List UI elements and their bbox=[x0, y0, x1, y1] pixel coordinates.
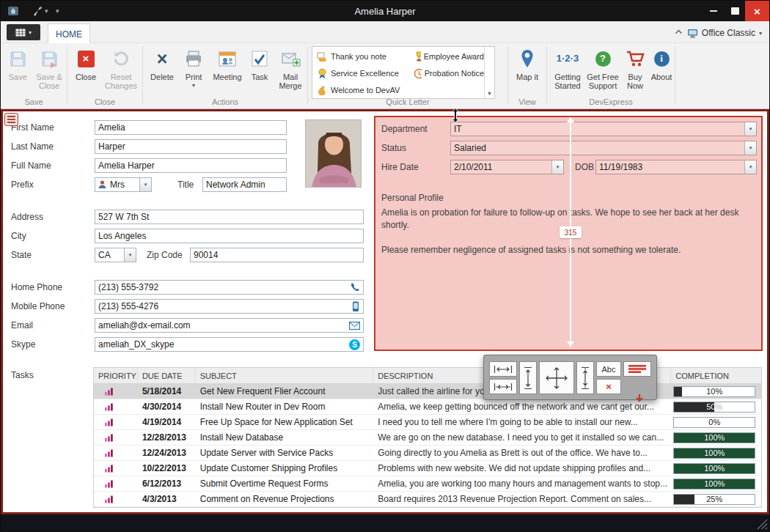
task-completion-cell: 50% bbox=[671, 399, 761, 414]
table-row[interactable]: 10/22/2013 Update Customer Shipping Prof… bbox=[94, 461, 761, 476]
quick-letter-item-welcome[interactable]: Welcome to DevAV bbox=[314, 82, 408, 98]
column-header-completion[interactable]: COMPLETION bbox=[671, 368, 761, 383]
print-icon bbox=[180, 47, 208, 70]
close-record-button[interactable]: × Close bbox=[71, 45, 100, 98]
quick-letter-item-employee-award[interactable]: Employee Award bbox=[411, 48, 484, 64]
fix-height-button[interactable] bbox=[519, 361, 537, 394]
ribbon-collapse-icon[interactable] bbox=[675, 29, 683, 34]
home-phone-input[interactable]: (213) 555-3792 bbox=[95, 280, 364, 295]
hire-date-picker[interactable]: 2/10/2011 ▾ bbox=[450, 160, 564, 174]
dob-picker[interactable]: 11/19/1983 ▾ bbox=[595, 160, 757, 174]
task-priority-cell bbox=[94, 399, 138, 414]
stretch-height-button[interactable] bbox=[576, 361, 594, 394]
zip-code-input[interactable]: 90014 bbox=[190, 248, 364, 262]
city-input[interactable]: Los Angeles bbox=[95, 229, 364, 243]
maximize-button[interactable] bbox=[725, 1, 745, 21]
fix-width-button[interactable] bbox=[489, 361, 517, 377]
chevron-down-icon: ▾ bbox=[749, 126, 752, 132]
remove-item-button[interactable]: × bbox=[596, 379, 621, 394]
task-priority-cell bbox=[94, 430, 138, 445]
save-and-close-button[interactable]: Save & Close bbox=[33, 45, 65, 98]
group-caption-quick-letter: Quick Letter bbox=[308, 97, 507, 106]
application-menu-button[interactable]: ▾ bbox=[7, 24, 40, 40]
last-name-input[interactable]: Harper bbox=[95, 139, 287, 154]
more-options-arrow-icon[interactable] bbox=[634, 394, 645, 404]
get-free-support-button[interactable]: ? Get Free Support bbox=[586, 45, 620, 98]
prefix-dropdown-button[interactable]: ▾ bbox=[139, 178, 151, 191]
skin-chooser[interactable]: Office Classic ▾ bbox=[687, 26, 762, 40]
group-caption-devexpress: DevExpress bbox=[547, 97, 675, 106]
map-it-button[interactable]: Map it bbox=[513, 45, 542, 98]
task-button[interactable]: Task bbox=[246, 45, 274, 98]
close-icon: × bbox=[754, 5, 760, 18]
title-input[interactable]: Network Admin bbox=[202, 177, 287, 192]
show-label-button[interactable]: Abc bbox=[596, 361, 621, 377]
status-value: Salaried bbox=[454, 143, 486, 153]
quick-letter-gallery-dropdown[interactable]: ▼ bbox=[484, 47, 494, 98]
task-description: Board requires 2013 Revenue Projection R… bbox=[373, 492, 671, 506]
status-dropdown-button[interactable]: ▾ bbox=[744, 141, 756, 155]
table-row[interactable]: 6/12/2013 Submit Overtime Request Forms … bbox=[94, 476, 761, 492]
mail-merge-button[interactable]: Mail Merge bbox=[275, 45, 306, 98]
about-button[interactable]: i About bbox=[650, 45, 672, 98]
status-combobox[interactable]: Salaried ▾ bbox=[450, 141, 757, 155]
hire-date-dropdown-button[interactable]: ▾ bbox=[551, 160, 563, 174]
skype-input[interactable]: ameliah_DX_skype S bbox=[95, 337, 364, 352]
task-description: Amelia, you are working too many hours a… bbox=[373, 476, 671, 491]
monitor-icon bbox=[687, 29, 698, 38]
first-name-input[interactable]: Amelia bbox=[95, 120, 287, 135]
reset-changes-button[interactable]: Reset Changes bbox=[102, 45, 140, 98]
quick-letter-item-thank-you[interactable]: Thank you note bbox=[314, 48, 408, 64]
dob-dropdown-button[interactable]: ▾ bbox=[744, 160, 756, 174]
state-combobox[interactable]: CA ▾ bbox=[95, 248, 136, 262]
print-label: Print bbox=[186, 73, 202, 81]
column-header-priority[interactable]: PRIORITY bbox=[94, 368, 138, 383]
table-row[interactable]: 4/30/2014 Install New Router in Dev Room… bbox=[94, 399, 761, 415]
meeting-button[interactable]: Meeting bbox=[210, 45, 244, 98]
full-name-input[interactable]: Amelia Harper bbox=[95, 158, 287, 173]
department-dropdown-button[interactable]: ▾ bbox=[744, 122, 756, 136]
department-combobox[interactable]: IT ▾ bbox=[450, 122, 757, 136]
print-button[interactable]: Print ▾ bbox=[180, 45, 208, 98]
tab-home[interactable]: HOME bbox=[48, 23, 90, 44]
prefix-combobox[interactable]: Mrs ▾ bbox=[95, 177, 152, 192]
close-window-button[interactable]: × bbox=[745, 1, 769, 21]
ribbon-group-quick-letter: Thank you note Service Excellence Welcom… bbox=[308, 43, 507, 108]
state-dropdown-button[interactable]: ▾ bbox=[124, 248, 136, 262]
resize-grip[interactable] bbox=[757, 519, 768, 530]
table-row[interactable]: 12/24/2013 Update Server with Service Pa… bbox=[94, 446, 761, 461]
employee-award-icon bbox=[414, 51, 421, 62]
skype-label: Skype bbox=[11, 339, 35, 350]
task-due-date: 12/24/2013 bbox=[138, 446, 196, 460]
buy-now-button[interactable]: Buy Now bbox=[621, 45, 649, 98]
save-button[interactable]: Save bbox=[4, 45, 32, 98]
delete-button[interactable]: × Delete bbox=[147, 45, 177, 98]
employee-photo[interactable] bbox=[305, 119, 362, 188]
stretch-width-button[interactable] bbox=[489, 379, 517, 394]
address-input[interactable]: 527 W 7th St bbox=[95, 210, 364, 224]
minimize-button[interactable] bbox=[703, 1, 724, 21]
print-dropdown-icon[interactable]: ▾ bbox=[180, 81, 208, 90]
email-input[interactable]: ameliah@dx-email.com bbox=[95, 318, 364, 333]
best-fit-button[interactable] bbox=[623, 361, 651, 377]
mail-merge-label: Mail Merge bbox=[279, 73, 301, 90]
save-label: Save bbox=[8, 73, 26, 81]
table-row[interactable]: 4/3/2013 Comment on Revenue Projections … bbox=[94, 492, 761, 507]
quick-letter-gallery: Thank you note Service Excellence Welcom… bbox=[312, 46, 495, 99]
quick-letter-item-service-excellence[interactable]: Service Excellence bbox=[314, 65, 408, 81]
table-row[interactable]: 4/19/2014 Free Up Space for New Applicat… bbox=[94, 415, 761, 430]
column-header-subject[interactable]: SUBJECT bbox=[196, 368, 373, 383]
layout-customization-menu-button[interactable] bbox=[4, 113, 18, 126]
quick-letter-label: Probation Notice bbox=[425, 69, 484, 78]
priority-icon bbox=[104, 448, 114, 457]
mobile-phone-input[interactable]: (213) 555-4276 bbox=[95, 299, 364, 314]
dob-value: 11/19/1983 bbox=[599, 162, 642, 172]
quick-letter-item-probation-notice[interactable]: Probation Notice bbox=[411, 65, 484, 81]
getting-started-button[interactable]: 1·2·3 Getting Started bbox=[551, 45, 584, 98]
table-row[interactable]: 12/28/2013 Install New Database We are g… bbox=[94, 430, 761, 446]
task-subject: Update Customer Shipping Profiles bbox=[196, 461, 373, 476]
move-item-button[interactable] bbox=[539, 361, 574, 394]
quick-letter-label: Thank you note bbox=[331, 52, 386, 61]
table-row[interactable]: 5/18/2014 Get New Frequent Flier Account… bbox=[94, 384, 761, 399]
column-header-due-date[interactable]: DUE DATE bbox=[138, 368, 196, 383]
